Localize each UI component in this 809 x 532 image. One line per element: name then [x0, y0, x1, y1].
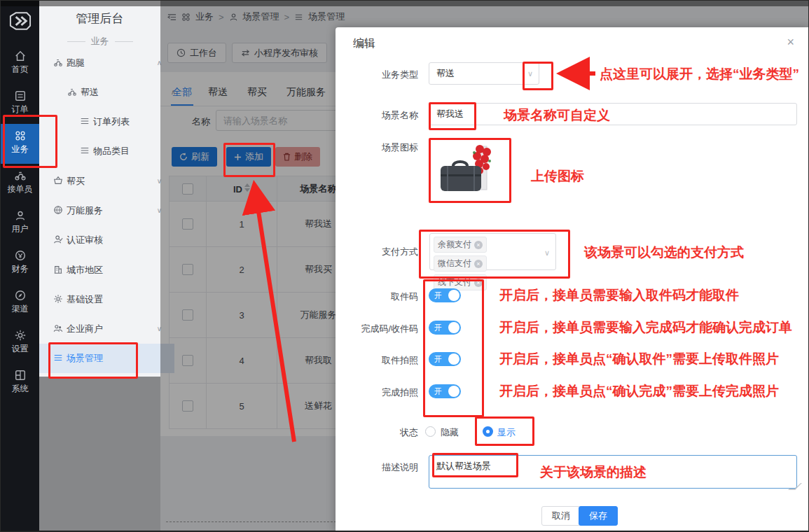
finish-code-label: 完成码/收件码 [336, 323, 418, 335]
building-icon [53, 257, 63, 267]
list-icon [80, 108, 90, 118]
sidebar-item-basic-settings[interactable]: 基础设置 [39, 285, 174, 314]
rail-item-finance[interactable]: 财务 [1, 244, 39, 284]
list-icon [80, 138, 90, 148]
pickup-photo-label: 取件拍照 [336, 354, 418, 367]
scene-icon-upload[interactable] [431, 140, 504, 197]
rail-item-home[interactable]: 首页 [1, 44, 39, 84]
rail-item-settings[interactable]: 设置 [1, 323, 39, 363]
list-icon [53, 345, 63, 355]
sidebar-title: 管理后台 [39, 10, 160, 27]
finish-photo-label: 完成拍照 [336, 386, 418, 399]
toggle-knob [448, 386, 459, 397]
payment-tag: 微信支付× [434, 255, 487, 272]
pickup-code-label: 取件码 [336, 290, 418, 303]
payment-method-label: 支付方式 [336, 246, 418, 258]
rail-item-system[interactable]: 系统 [1, 363, 39, 403]
rail-item-courier[interactable]: 接单员 [1, 164, 39, 204]
edit-scene-modal: 编辑 × 业务类型 帮送 ∨ 场景名称 场景图标 支付方式 余 [336, 27, 809, 532]
sidebar-item-universal-service[interactable]: 万能服务∨ [39, 196, 174, 225]
rail-item-channel[interactable]: 渠道 [1, 284, 39, 323]
sidebar-item-auth-review[interactable]: 认证审核 [39, 225, 174, 255]
remove-tag-icon[interactable]: × [474, 279, 483, 287]
status-show-radio[interactable] [483, 426, 493, 437]
chevron-down-icon[interactable]: ∨ [544, 242, 550, 263]
pickup-photo-toggle[interactable]: 开 [429, 352, 461, 366]
user-check-icon [53, 227, 63, 237]
scene-icon-label: 场景图标 [336, 141, 418, 154]
rail-item-orders[interactable]: 订单 [1, 84, 39, 124]
globe-icon [53, 197, 63, 207]
chevron-down-icon[interactable]: ∨ [527, 63, 533, 84]
save-button[interactable]: 保存 [579, 506, 618, 526]
status-label: 状态 [336, 426, 418, 439]
rail-item-business[interactable]: 业务 [1, 124, 39, 164]
basket-icon [53, 168, 63, 178]
window-top-edge [1, 1, 809, 6]
app-logo [8, 10, 32, 31]
payment-tag: 余额支付× [434, 237, 487, 253]
remove-tag-icon[interactable]: × [474, 260, 483, 268]
rail-item-users[interactable]: 用户 [1, 204, 39, 244]
users-icon [53, 316, 63, 326]
description-textarea[interactable]: 默认帮送场景 [429, 455, 797, 489]
scooter-icon [67, 79, 77, 89]
finish-code-toggle[interactable]: 开 [429, 321, 461, 335]
toggle-knob [448, 354, 459, 365]
toggle-knob [448, 290, 459, 301]
sidebar-item-bangmai[interactable]: 帮买∨ [39, 167, 174, 196]
scooter-icon [53, 50, 63, 59]
remove-tag-icon[interactable]: × [474, 241, 483, 249]
cancel-button[interactable]: 取消 [541, 506, 581, 526]
admin-app: 首页 订单 业务 接单员 用户 财务 渠道 设置 系统 管理后台 业务 跑腿∧ … [0, 0, 809, 532]
pickup-code-toggle[interactable]: 开 [429, 288, 461, 302]
modal-title: 编辑 [353, 36, 375, 51]
status-show-label[interactable]: 显示 [497, 426, 516, 439]
finish-photo-toggle[interactable]: 开 [429, 384, 461, 398]
gear-icon [53, 286, 63, 296]
toggle-knob [448, 322, 459, 333]
scene-name-label: 场景名称 [336, 109, 418, 122]
sidebar-item-paotui[interactable]: 跑腿∧ [39, 48, 174, 78]
status-hidden-label[interactable]: 隐藏 [441, 426, 459, 439]
sidebar-item-city-region[interactable]: 城市地区 [39, 255, 174, 285]
close-icon[interactable]: × [787, 35, 794, 50]
description-label: 描述说明 [336, 461, 418, 474]
sidebar-item-enterprise-merchant[interactable]: 企业商户∨ [39, 314, 174, 344]
sidebar-item-scene-management[interactable]: 场景管理 [39, 344, 174, 373]
business-type-label: 业务类型 [336, 69, 418, 81]
primary-nav-rail: 首页 订单 业务 接单员 用户 财务 渠道 设置 系统 [1, 1, 39, 532]
scene-icon-image [434, 142, 501, 195]
sidebar-section-label: 业务 [39, 34, 160, 48]
secondary-sidebar: 管理后台 业务 跑腿∧ 帮送∧ 订单列表 物品类目 帮买∨ 万能服务∨ 认证审核… [39, 1, 160, 532]
payment-method-select[interactable]: 余额支付× 微信支付× 线下支付× ∨ [429, 233, 556, 270]
scene-name-input[interactable] [429, 103, 797, 125]
business-type-select[interactable]: 帮送 ∨ [429, 62, 539, 85]
status-hidden-radio[interactable] [425, 426, 436, 437]
